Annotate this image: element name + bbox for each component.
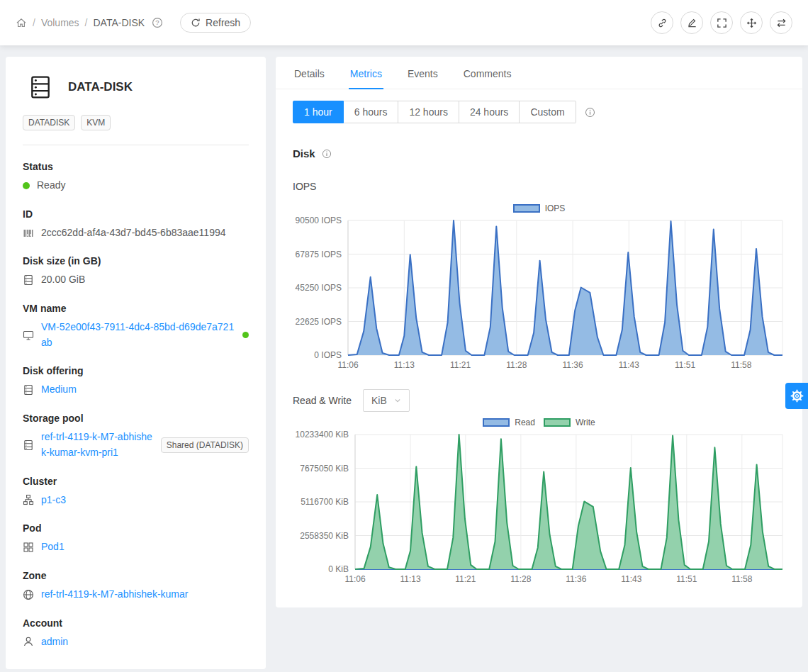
disk-size-value: 20.00 GiB [41, 272, 85, 288]
readwrite-chart: Read & Write KiB ReadWrite 0 KiB2558350 … [293, 389, 785, 588]
readwrite-chart-title: Read & Write [293, 395, 352, 406]
disk-offering-icon [23, 384, 34, 396]
svg-text:11:36: 11:36 [563, 360, 583, 370]
edit-action-button[interactable] [680, 11, 703, 34]
tab-metrics[interactable]: Metrics [349, 67, 383, 89]
swap-action-button[interactable] [770, 11, 792, 34]
home-icon[interactable] [16, 17, 27, 28]
swap-icon [776, 18, 787, 28]
iops-chart-plot: 0 IOPS22625 IOPS45250 IOPS67875 IOPS9050… [293, 216, 785, 374]
resource-info-panel: DATA-DISK DATADISK KVM Status Ready ID [6, 57, 266, 669]
svg-text:11:51: 11:51 [676, 574, 697, 584]
legend-item[interactable]: Write [544, 418, 595, 427]
status-value: Ready [37, 178, 65, 194]
disk-info-icon[interactable] [322, 149, 332, 159]
svg-text:67875 IOPS: 67875 IOPS [296, 250, 342, 259]
chevron-down-icon [394, 397, 401, 404]
legend-item[interactable]: Read [483, 418, 535, 427]
svg-text:?: ? [155, 18, 159, 26]
help-icon[interactable]: ? [152, 17, 163, 28]
vm-name-link[interactable]: VM-52e00f43-7911-4dc4-85bd-d69de7a721ab [41, 320, 235, 350]
svg-text:2558350 KiB: 2558350 KiB [300, 531, 349, 541]
field-storage-pool: Storage pool ref-trl-4119-k-M7-abhishek-… [23, 413, 249, 460]
field-disk-size: Disk size (in GB) 20.00 GiB [23, 255, 249, 288]
refresh-button[interactable]: Refresh [180, 13, 251, 33]
field-account: Account admin [23, 617, 249, 650]
tab-events[interactable]: Events [406, 67, 439, 89]
globe-icon [23, 589, 34, 600]
svg-text:11:36: 11:36 [566, 574, 586, 584]
field-vm-name: VM name VM-52e00f43-7911-4dc4-85bd-d69de… [23, 303, 249, 350]
zone-link[interactable]: ref-trl-4119-k-M7-abhishek-kumar [41, 587, 249, 603]
svg-text:11:43: 11:43 [621, 574, 641, 584]
svg-text:11:58: 11:58 [731, 360, 751, 370]
svg-text:11:06: 11:06 [337, 360, 358, 370]
breadcrumb-separator: / [85, 17, 88, 28]
tab-details[interactable]: Details [293, 67, 326, 89]
legend-item[interactable]: IOPS [513, 203, 566, 213]
divider [23, 145, 249, 145]
status-dot [23, 182, 30, 189]
detail-panel: Details Metrics Events Comments 1 hour 6… [276, 57, 802, 607]
time-range-info-icon[interactable] [585, 107, 595, 118]
disk-offering-link[interactable]: Medium [41, 382, 77, 398]
svg-text:10233400 KiB: 10233400 KiB [296, 430, 349, 439]
range-24-hours[interactable]: 24 hours [459, 101, 520, 123]
account-link[interactable]: admin [41, 634, 68, 650]
barcode-icon [23, 228, 34, 239]
unit-select-value: KiB [371, 395, 387, 406]
breadcrumb-volumes-link[interactable]: Volumes [41, 17, 79, 28]
svg-text:11:21: 11:21 [450, 360, 471, 370]
svg-text:11:51: 11:51 [675, 360, 695, 370]
tag-row: DATADISK KVM [23, 115, 249, 130]
tag-kvm: KVM [81, 115, 111, 130]
fullscreen-icon [717, 18, 727, 28]
readwrite-chart-plot: 0 KiB2558350 KiB5116700 KiB7675050 KiB10… [293, 430, 785, 588]
pod-link[interactable]: Pod1 [41, 539, 64, 555]
storage-pool-badge: Shared (DATADISK) [161, 437, 249, 453]
breadcrumb: / Volumes / DATA-DISK ? Refresh [16, 13, 251, 33]
svg-text:11:13: 11:13 [400, 574, 420, 584]
svg-text:11:43: 11:43 [619, 360, 639, 370]
cluster-link[interactable]: p1-c3 [41, 493, 66, 508]
storage-pool-icon [23, 439, 34, 451]
svg-text:11:13: 11:13 [394, 360, 415, 370]
disk-section-title: Disk [293, 147, 785, 159]
resource-title: DATA-DISK [68, 80, 133, 94]
field-cluster: Cluster p1-c3 [23, 476, 249, 508]
cluster-icon [23, 494, 34, 505]
move-action-button[interactable] [740, 11, 763, 34]
svg-text:90500 IOPS: 90500 IOPS [296, 216, 342, 225]
settings-fab[interactable] [785, 383, 808, 409]
link-action-button[interactable] [651, 11, 673, 34]
pod-icon [23, 542, 34, 553]
header-actions [651, 11, 792, 34]
range-1-hour[interactable]: 1 hour [293, 101, 344, 123]
top-bar: / Volumes / DATA-DISK ? Refresh [0, 0, 808, 45]
range-custom[interactable]: Custom [520, 101, 576, 123]
field-status: Status Ready [23, 161, 249, 194]
storage-pool-link[interactable]: ref-trl-4119-k-M7-abhishek-kumar-kvm-pri… [41, 430, 154, 460]
range-6-hours[interactable]: 6 hours [344, 101, 399, 123]
svg-text:11:28: 11:28 [510, 574, 531, 584]
page: / Volumes / DATA-DISK ? Refresh [0, 0, 808, 672]
readwrite-chart-legend: ReadWrite [293, 418, 785, 427]
detail-tabs: Details Metrics Events Comments [276, 57, 802, 89]
vm-status-dot [242, 332, 249, 338]
monitor-icon [23, 330, 34, 341]
iops-chart-legend: IOPS [293, 203, 785, 213]
breadcrumb-current: DATA-DISK [93, 17, 145, 28]
tab-comments[interactable]: Comments [462, 67, 513, 89]
refresh-icon [191, 18, 201, 28]
refresh-label: Refresh [206, 17, 240, 28]
svg-text:5116700 KiB: 5116700 KiB [301, 497, 349, 507]
id-value: 2ccc62dd-af4a-43d7-bd45-6b83aae11994 [41, 225, 226, 241]
expand-action-button[interactable] [710, 11, 733, 34]
unit-select[interactable]: KiB [363, 389, 410, 412]
field-zone: Zone ref-trl-4119-k-M7-abhishek-kumar [23, 570, 249, 603]
tag-datadisk: DATADISK [23, 115, 75, 130]
move-icon [746, 18, 757, 28]
svg-text:11:58: 11:58 [731, 574, 752, 584]
volume-icon [28, 74, 52, 101]
range-12-hours[interactable]: 12 hours [398, 101, 459, 123]
